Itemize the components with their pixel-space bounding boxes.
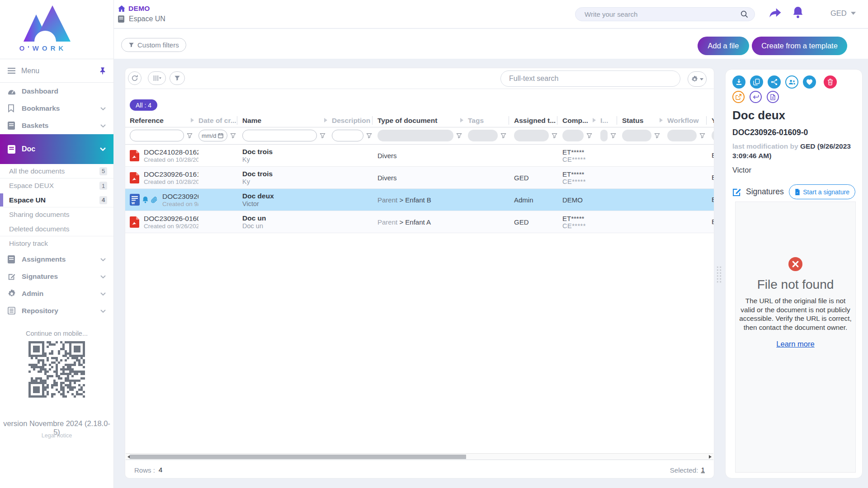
column-expand-icon[interactable] [593,118,596,122]
filter-input-type[interactable] [377,130,453,141]
checkout-edit-button[interactable] [732,91,745,103]
filter-funnel-icon[interactable] [456,133,462,139]
sidebar-item-espace-deux[interactable]: Espace DEUX 1 [0,178,113,193]
scroll-right-arrow[interactable] [709,455,712,459]
global-search-input[interactable] [585,10,741,18]
users-button[interactable] [785,75,798,89]
table-row[interactable]: DOC230926-01608-0Created on 9/26/2023 3:… [125,211,714,233]
filter-input-workflow[interactable] [667,130,697,141]
filter-funnel-icon[interactable] [586,133,592,139]
search-icon[interactable] [741,10,748,18]
filter-input-company[interactable] [562,130,584,141]
learn-more-link[interactable]: Learn more [776,340,814,348]
scrollbar-thumb[interactable] [130,455,466,459]
horizontal-scrollbar[interactable] [126,453,713,460]
filter-input-tags[interactable] [468,130,498,141]
filter-input-date[interactable]: mm/d [198,130,227,141]
filter-funnel-icon[interactable] [552,133,557,139]
column-expand-icon[interactable] [460,118,463,122]
document-type: > Enfant B [399,196,431,204]
sidebar-item-espace-un[interactable]: Espace UN 4 [0,193,113,207]
account-menu[interactable]: GED [830,9,856,18]
filter-input-status[interactable] [622,130,651,141]
table-filter-button[interactable] [170,71,185,85]
sidebar-item-all-documents[interactable]: All the documents 5 [0,164,113,178]
create-template-button[interactable]: Create from a template [752,37,847,55]
document-type-parent: Parent [377,196,399,204]
column-header-tags[interactable]: Tags [468,114,514,127]
sidebar-item-dashboard[interactable]: Dashboard [0,83,113,100]
share-forward-button[interactable] [769,7,782,19]
column-header-description[interactable]: Description [332,114,377,127]
table-row-selected[interactable]: w DOC230926-01609-0Created on 9/26/2023 … [125,189,714,211]
filter-input-i[interactable] [600,130,608,141]
sidebar-item-doc[interactable]: Doc [0,134,113,164]
columns-button[interactable] [148,71,166,85]
column-header-i[interactable]: I... [600,114,622,127]
filter-funnel-icon[interactable] [500,133,506,139]
chevron-down-icon [100,147,106,151]
filter-funnel-icon[interactable] [610,133,616,139]
sidebar-item-admin[interactable]: Admin [0,285,113,302]
notifications-bell-button[interactable] [792,6,804,19]
filter-input-y[interactable] [712,130,714,141]
copy-button[interactable] [750,75,763,89]
column-header-date[interactable]: Date of cr... [198,114,242,127]
column-header-reference[interactable]: Reference [130,114,198,127]
column-expand-icon[interactable] [660,118,663,122]
column-header-y[interactable]: Y... [712,114,714,127]
chevron-down-icon [100,292,106,296]
document-name-sub: Doc un [242,222,332,230]
panel-resize-handle[interactable] [716,266,722,284]
sidebar-item-bookmarks[interactable]: Bookmarks [0,100,113,117]
filter-input-reference[interactable] [130,130,184,141]
filter-input-name[interactable] [242,130,317,141]
sidebar-item-history-track[interactable]: History track [0,236,113,251]
table-row[interactable]: DOC241028-01627-0Created on 10/28/2024 1… [125,145,714,167]
refresh-button[interactable] [128,71,142,85]
filter-funnel-icon[interactable] [230,133,236,139]
sidebar-subitem-label: Deleted documents [9,225,70,233]
delete-trash-button[interactable] [824,75,837,89]
sidebar-menu-toggle[interactable]: Menu [0,59,113,83]
column-header-workflow[interactable]: Workflow [667,114,712,127]
custom-filters-button[interactable]: Custom filters [121,38,186,52]
add-file-button[interactable]: Add a file [698,37,749,55]
breadcrumb-space-label: Espace UN [129,15,165,23]
legal-notice-link[interactable]: Legal notice [0,432,113,439]
tab-all[interactable]: All : 4 [130,99,157,111]
filter-funnel-icon[interactable] [699,133,705,139]
share-button[interactable] [768,75,781,89]
filter-funnel-icon[interactable] [320,133,326,139]
breadcrumb-space[interactable]: Espace UN [118,15,165,23]
pin-icon[interactable] [99,67,106,75]
table-row[interactable]: DOC230926-01610-3Created on 10/28/2024 1… [125,167,714,189]
sidebar-item-label: Dashboard [22,87,58,95]
filter-input-assigned[interactable] [514,130,549,141]
sidebar-item-baskets[interactable]: Baskets [0,117,113,134]
document-page-button[interactable] [767,91,779,103]
column-header-assigned[interactable]: Assigned t... [514,114,562,127]
favorite-heart-button[interactable] [803,75,816,89]
fulltext-search-input[interactable] [509,75,672,83]
column-expand-icon[interactable] [324,118,327,122]
sidebar-item-signatures[interactable]: Signatures [0,268,113,285]
filter-funnel-icon[interactable] [366,133,372,139]
column-expand-icon[interactable] [191,118,194,122]
sidebar-item-deleted-documents[interactable]: Deleted documents [0,222,113,236]
download-button[interactable] [732,75,745,89]
sidebar-item-assignments[interactable]: Assignments [0,251,113,268]
sidebar-item-repository[interactable]: Repository [0,302,113,319]
document-name-sub: Victor [242,200,332,207]
breadcrumb-home[interactable]: DEMO [118,5,150,13]
column-header-name[interactable]: Name [242,114,332,127]
start-signature-button[interactable]: Start a signature [789,184,855,199]
table-settings-button[interactable] [688,71,707,87]
sidebar-item-sharing-documents[interactable]: Sharing documents [0,207,113,222]
return-button[interactable] [750,91,762,103]
filter-input-description[interactable] [332,130,363,141]
filter-funnel-icon[interactable] [654,133,660,139]
book-icon [8,145,16,153]
column-header-type[interactable]: Type of document [377,114,468,127]
filter-funnel-icon[interactable] [187,133,193,139]
